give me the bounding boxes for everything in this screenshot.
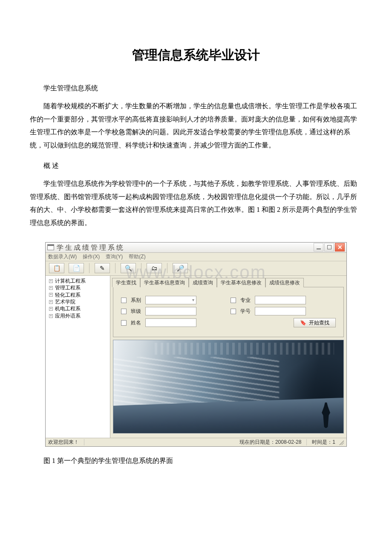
menu-help[interactable]: 帮助(Z) bbox=[129, 254, 145, 260]
app-window: www.bdocx.com 学生成绩管理系统 ✕ 数据录入(W) 操作(X) 查… bbox=[45, 242, 347, 447]
chk-major[interactable] bbox=[231, 298, 236, 303]
banner-ceiling bbox=[155, 343, 334, 355]
toolbar-sep-4 bbox=[167, 263, 167, 273]
label-major: 专业 bbox=[240, 297, 251, 303]
label-dept: 系别 bbox=[131, 297, 141, 303]
tree-item-4[interactable]: +机电工程系 bbox=[46, 305, 109, 312]
menu-query[interactable]: 查询(Y) bbox=[106, 254, 123, 260]
input-class[interactable] bbox=[145, 307, 196, 315]
window-title: 学生成绩管理系统 bbox=[57, 243, 314, 251]
toolbar-btn-1[interactable]: 📋 bbox=[49, 263, 64, 273]
expand-icon[interactable]: + bbox=[49, 307, 53, 311]
tree-item-5[interactable]: +应用外语系 bbox=[46, 312, 109, 319]
search-button-label: 开始查找 bbox=[309, 320, 329, 326]
resize-grip-icon[interactable] bbox=[338, 439, 344, 445]
tree-label: 管理工程系 bbox=[55, 285, 81, 291]
main-panel: 学生查找 学生基本信息查询 成绩查询 学生基本信息修改 成绩信息修改 系别 专业 bbox=[110, 276, 346, 438]
expand-icon[interactable]: + bbox=[49, 286, 53, 290]
toolbar-btn-3[interactable]: ✎ bbox=[95, 263, 110, 273]
toolbar: 📋 📄 ✎ 🔍 🗂 🔎 bbox=[46, 261, 346, 276]
tab-basic-info-query[interactable]: 学生基本信息查询 bbox=[140, 278, 189, 287]
status-time: 时间是：1 bbox=[312, 439, 335, 445]
subheading-2: 概 述 bbox=[30, 159, 362, 172]
expand-icon[interactable]: + bbox=[49, 279, 53, 283]
tab-score-edit[interactable]: 成绩信息修改 bbox=[265, 278, 304, 287]
chk-class[interactable] bbox=[121, 309, 127, 314]
menu-data-entry[interactable]: 数据录入(W) bbox=[48, 254, 77, 260]
close-button[interactable]: ✕ bbox=[335, 243, 345, 251]
app-icon bbox=[47, 244, 54, 250]
tree-item-2[interactable]: +轻化工程系 bbox=[46, 292, 109, 298]
toolbar-sep-2 bbox=[115, 263, 115, 273]
maximize-button[interactable] bbox=[324, 243, 334, 251]
menubar: 数据录入(W) 操作(X) 查询(Y) 帮助(Z) bbox=[46, 253, 346, 261]
tab-student-search[interactable]: 学生查找 bbox=[112, 278, 140, 287]
chk-dept[interactable] bbox=[121, 298, 127, 303]
toolbar-sep-3 bbox=[141, 263, 141, 273]
status-date: 现在的日期是：2008-02-28 bbox=[239, 439, 307, 445]
toolbar-sep-1 bbox=[89, 263, 89, 273]
tree-item-1[interactable]: +管理工程系 bbox=[46, 284, 109, 291]
toolbar-btn-5[interactable]: 🗂 bbox=[147, 263, 162, 273]
label-class: 班级 bbox=[131, 308, 141, 314]
paragraph-2: 学生管理信息系统作为学校管理中的一个子系统，与其他子系统，如教学管理系统、人事管… bbox=[30, 177, 362, 229]
tab-score-query[interactable]: 成绩查询 bbox=[189, 278, 217, 287]
minimize-button[interactable] bbox=[314, 243, 323, 251]
input-sid[interactable] bbox=[255, 307, 306, 315]
search-icon: 🔖 bbox=[300, 320, 306, 326]
combo-dept[interactable] bbox=[145, 296, 196, 304]
tree-label: 轻化工程系 bbox=[55, 292, 81, 298]
menu-operate[interactable]: 操作(X) bbox=[83, 254, 100, 260]
toolbar-btn-4[interactable]: 🔍 bbox=[121, 263, 136, 273]
tree-label: 艺术学院 bbox=[55, 299, 75, 305]
tree-label: 应用外语系 bbox=[55, 313, 81, 319]
toolbar-btn-6[interactable]: 🔎 bbox=[173, 263, 188, 273]
tree-label: 计算机工程系 bbox=[55, 278, 86, 284]
sidebar: +计算机工程系 +管理工程系 +轻化工程系 +艺术学院 +机电工程系 +应用外语… bbox=[46, 276, 110, 438]
figure-caption-1: 图 1 第一个典型的学生管理信息系统的界面 bbox=[30, 454, 362, 467]
banner-image bbox=[113, 340, 344, 434]
search-button[interactable]: 🔖 开始查找 bbox=[294, 318, 336, 327]
label-name: 姓名 bbox=[131, 320, 141, 326]
input-major[interactable] bbox=[255, 296, 306, 304]
client-area: +计算机工程系 +管理工程系 +轻化工程系 +艺术学院 +机电工程系 +应用外语… bbox=[46, 276, 346, 438]
toolbar-btn-2[interactable]: 📄 bbox=[69, 263, 84, 273]
chk-name[interactable] bbox=[121, 320, 127, 326]
input-name[interactable] bbox=[145, 318, 196, 327]
subheading-1: 学生管理信息系统 bbox=[30, 82, 362, 95]
tree-item-0[interactable]: +计算机工程系 bbox=[46, 278, 109, 284]
expand-icon[interactable]: + bbox=[49, 293, 53, 297]
statusbar: 欢迎您回来！ 现在的日期是：2008-02-28 时间是：1 bbox=[46, 438, 346, 446]
doc-title: 管理信息系统毕业设计 bbox=[30, 43, 362, 67]
expand-icon[interactable]: + bbox=[49, 314, 53, 318]
tabs: 学生查找 学生基本信息查询 成绩查询 学生基本信息修改 成绩信息修改 bbox=[110, 276, 346, 287]
label-sid: 学号 bbox=[240, 308, 251, 314]
tree-label: 机电工程系 bbox=[55, 306, 81, 312]
status-welcome: 欢迎您回来！ bbox=[48, 439, 84, 445]
tab-page-search: 系别 专业 班级 学号 姓名 bbox=[113, 287, 344, 337]
chk-sid[interactable] bbox=[231, 309, 236, 314]
dept-tree: +计算机工程系 +管理工程系 +轻化工程系 +艺术学院 +机电工程系 +应用外语… bbox=[46, 276, 110, 321]
tree-item-3[interactable]: +艺术学院 bbox=[46, 298, 109, 305]
expand-icon[interactable]: + bbox=[49, 300, 53, 304]
paragraph-1: 随着学校规模的不断扩大，学生数量的不断增加，学生的信息量也成倍增长。学生管理工作… bbox=[30, 100, 362, 152]
tab-basic-info-edit[interactable]: 学生基本信息修改 bbox=[217, 278, 265, 287]
titlebar: 学生成绩管理系统 ✕ bbox=[46, 243, 346, 253]
